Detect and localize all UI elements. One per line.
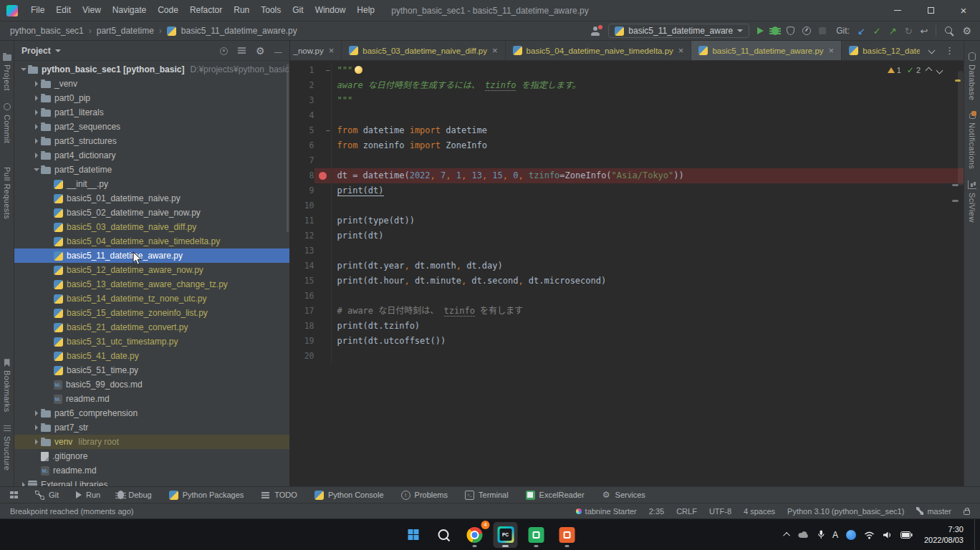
tool-window-button-todo[interactable]: TODO bbox=[261, 491, 297, 500]
tree-item[interactable]: part5_datetime bbox=[14, 163, 289, 177]
code-line[interactable]: 9print(dt) bbox=[290, 183, 964, 198]
code-editor[interactable]: 1 ✓ 2 1−"""2aware な日付時刻を生成するには、 tzinfo を… bbox=[290, 61, 964, 486]
breadcrumb-item[interactable]: basic5_11_datetime_aware.py bbox=[181, 26, 297, 36]
panel-settings-icon[interactable]: ⚙ bbox=[256, 46, 265, 56]
gutter[interactable] bbox=[314, 319, 332, 334]
code-line[interactable]: 16 bbox=[290, 289, 964, 304]
tool-window-button-terminal[interactable]: Terminal bbox=[465, 491, 509, 500]
tool-window-button-python-console[interactable]: Python Console bbox=[314, 491, 384, 500]
expand-arrow-icon[interactable] bbox=[32, 95, 41, 101]
tree-item[interactable]: part1_literals bbox=[14, 105, 289, 120]
tree-item[interactable]: External Libraries bbox=[14, 478, 289, 486]
menu-file[interactable]: File bbox=[25, 0, 50, 21]
breakpoint-icon[interactable] bbox=[319, 172, 327, 180]
microphone-icon[interactable] bbox=[817, 530, 825, 539]
locate-file-icon[interactable] bbox=[220, 47, 228, 55]
collapse-arrow-icon[interactable] bbox=[19, 68, 28, 71]
menu-navigate[interactable]: Navigate bbox=[107, 0, 152, 21]
gutter[interactable] bbox=[314, 138, 332, 153]
tree-item[interactable]: basic5_41_date.py bbox=[14, 349, 289, 363]
tree-item[interactable]: basic5_31_utc_timestamp.py bbox=[14, 334, 289, 349]
code-line[interactable]: 15print(dt.hour, dt.minute, dt.second, d… bbox=[290, 274, 964, 289]
search-button[interactable] bbox=[432, 522, 456, 548]
tree-item[interactable]: basic5_12_datetime_aware_now.py bbox=[14, 263, 289, 277]
orange-app-button[interactable] bbox=[555, 522, 580, 548]
status-encoding[interactable]: UTF-8 bbox=[709, 507, 731, 516]
status-interpreter[interactable]: Python 3.10 (python_basic_sec1) bbox=[787, 507, 904, 516]
stop-button[interactable] bbox=[819, 27, 826, 34]
code-line[interactable]: 19print(dt.utcoffset()) bbox=[290, 334, 964, 349]
code-line[interactable]: 6from zoneinfo import ZoneInfo bbox=[290, 138, 964, 153]
pycharm-taskbar-button[interactable]: PC bbox=[494, 522, 518, 548]
line-number[interactable]: 4 bbox=[290, 108, 314, 123]
hidden-icons-chevron[interactable] bbox=[783, 532, 790, 539]
tool-window-button-services[interactable]: Services bbox=[602, 491, 645, 500]
expand-arrow-icon[interactable] bbox=[32, 153, 41, 158]
profiler-button[interactable] bbox=[802, 26, 811, 35]
status-indent[interactable]: 4 spaces bbox=[744, 507, 775, 516]
tab-list-dropdown-icon[interactable] bbox=[928, 47, 936, 54]
code-line[interactable]: 5−from datetime import datetime bbox=[290, 123, 964, 138]
line-number[interactable]: 5 bbox=[290, 123, 314, 138]
tree-item[interactable]: basic5_99_docs.md bbox=[14, 377, 289, 392]
line-number[interactable]: 8 bbox=[290, 168, 314, 183]
code-line[interactable]: 4 bbox=[290, 108, 964, 123]
tree-item[interactable]: part2_sequences bbox=[14, 120, 289, 134]
tree-item[interactable]: basic5_03_datetime_naive_diff.py bbox=[14, 220, 289, 234]
menu-view[interactable]: View bbox=[77, 0, 107, 21]
editor-scrollbar[interactable] bbox=[958, 71, 964, 185]
more-options-icon[interactable]: ⋮ bbox=[945, 45, 954, 56]
ime-indicator[interactable]: A bbox=[832, 530, 838, 540]
git-update-button[interactable]: ↙ bbox=[858, 26, 865, 36]
git-rollback-button[interactable]: ↩ bbox=[921, 26, 928, 36]
run-configuration-select[interactable]: basic5_11_datetime_aware bbox=[608, 24, 749, 38]
expand-arrow-icon[interactable] bbox=[32, 138, 41, 144]
tree-item[interactable]: basic5_14_datetime_tz_none_utc.py bbox=[14, 291, 289, 306]
settings-button[interactable]: ⚙ bbox=[962, 26, 971, 36]
tree-item[interactable]: part4_dictionary bbox=[14, 148, 289, 163]
tool-stripe-sciview[interactable]: SciView bbox=[968, 180, 976, 223]
editor-tab[interactable]: basic5_12_datetime_aware_now.py× bbox=[842, 41, 920, 60]
code-line[interactable]: 12print(dt) bbox=[290, 228, 964, 243]
gutter[interactable] bbox=[314, 183, 332, 198]
ok-indicator[interactable]: ✓ 2 bbox=[907, 65, 921, 75]
tree-item[interactable]: venvlibrary root bbox=[14, 435, 289, 449]
tool-window-button-problems[interactable]: Problems bbox=[401, 491, 448, 500]
tree-item[interactable]: basic5_02_datetime_naive_now.py bbox=[14, 206, 289, 220]
code-line[interactable]: 7 bbox=[290, 153, 964, 168]
expand-arrow-icon[interactable] bbox=[19, 482, 28, 486]
gutter[interactable] bbox=[314, 243, 332, 259]
prev-problem-icon[interactable] bbox=[926, 67, 933, 74]
volume-icon[interactable] bbox=[883, 531, 893, 539]
tree-item[interactable]: basic5_01_datetime_naive.py bbox=[14, 191, 289, 206]
project-scrollbar[interactable] bbox=[287, 64, 289, 232]
menu-git[interactable]: Git bbox=[287, 0, 309, 21]
tree-item[interactable]: part0_pip bbox=[14, 91, 289, 105]
menu-code[interactable]: Code bbox=[152, 0, 184, 21]
gutter[interactable] bbox=[314, 349, 332, 364]
tool-window-button-debug[interactable]: Debug bbox=[117, 491, 151, 499]
minimize-button[interactable] bbox=[881, 0, 914, 21]
gutter[interactable] bbox=[314, 228, 332, 243]
status-branch[interactable]: master bbox=[916, 507, 951, 516]
expand-arrow-icon[interactable] bbox=[32, 425, 41, 430]
expand-arrow-icon[interactable] bbox=[32, 410, 41, 416]
menu-run[interactable]: Run bbox=[228, 0, 255, 21]
tool-stripe-commit[interactable]: Commit bbox=[3, 102, 11, 143]
gutter[interactable] bbox=[314, 274, 332, 289]
line-number[interactable]: 14 bbox=[290, 259, 314, 274]
tree-item[interactable]: _venv bbox=[14, 77, 289, 91]
tool-stripe-database[interactable]: Database bbox=[968, 52, 976, 100]
expand-arrow-icon[interactable] bbox=[32, 81, 41, 87]
code-line[interactable]: 13 bbox=[290, 243, 964, 259]
tool-window-button-run[interactable]: Run bbox=[76, 491, 100, 499]
breadcrumb-item[interactable]: python_basic_sec1 bbox=[10, 26, 84, 36]
editor-tab[interactable]: basic5_04_datetime_naive_timedelta.py× bbox=[506, 41, 692, 60]
status-line-separator[interactable]: CRLF bbox=[676, 507, 697, 516]
tree-item[interactable]: python_basic_sec1 [python_basic]D:¥proje… bbox=[14, 62, 289, 77]
code-line[interactable]: 8dt = datetime(2022, 7, 1, 13, 15, 0, tz… bbox=[290, 168, 964, 183]
hide-panel-icon[interactable] bbox=[274, 52, 282, 54]
status-tabnine[interactable]: tabnine Starter bbox=[576, 507, 637, 516]
gutter[interactable] bbox=[314, 93, 332, 108]
code-line[interactable]: 3""" bbox=[290, 93, 964, 108]
